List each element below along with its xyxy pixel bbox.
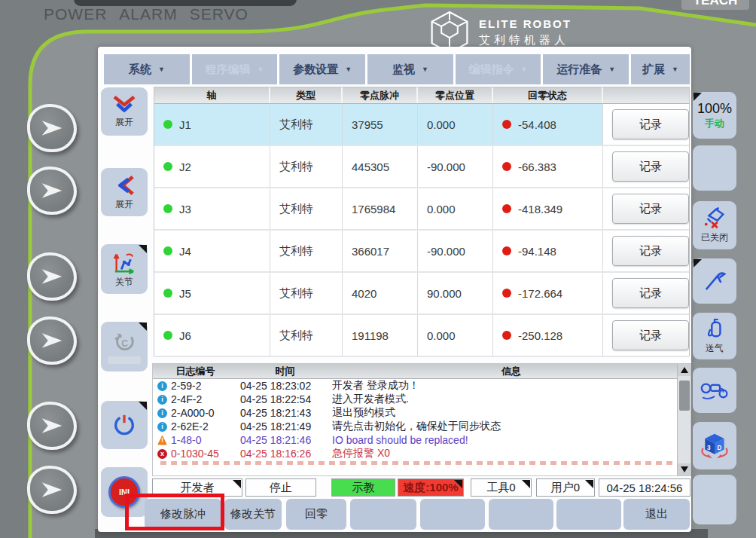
soft-key-blank[interactable] <box>420 499 485 530</box>
home-value: -250.128 <box>518 329 562 342</box>
pendant-arrow-button[interactable] <box>27 316 77 365</box>
log-row-clipped <box>160 461 683 465</box>
cycle-mode-label <box>108 356 141 364</box>
menu-monitor[interactable]: 监视▼ <box>367 54 453 84</box>
record-button[interactable]: 记录 <box>612 194 689 224</box>
error-icon: x <box>157 449 167 459</box>
table-row[interactable]: J2 艾利特 445305 -90.000 -66.383 记录 <box>154 146 689 188</box>
right-toolbar-blank-button[interactable] <box>693 475 736 524</box>
status-speed[interactable]: 速度:100% <box>398 478 464 497</box>
tool-off-icon <box>702 207 727 230</box>
svg-text:C: C <box>121 338 128 348</box>
axis-table: 轴 类型 零点脉冲 零点位置 回零状态 J1 艾利特 37955 0.000 -… <box>154 87 690 356</box>
log-row[interactable]: i 2-A000-0 04-25 18:21:43 退出预约模式 <box>153 406 690 420</box>
speed-mode-button[interactable]: 100% 手动 <box>693 92 736 139</box>
axis-type: 艾利特 <box>270 104 343 145</box>
axis-name: J4 <box>179 245 191 258</box>
axis-name: J1 <box>179 118 191 131</box>
arrow-icon <box>39 414 65 437</box>
air-supply-button[interactable]: 送气 <box>693 313 736 359</box>
arrow-icon <box>39 265 65 288</box>
status-tool[interactable]: 工具0 <box>471 478 532 497</box>
chevron-down-icon: ▼ <box>608 66 615 73</box>
table-row[interactable]: J5 艾利特 4020 90.000 -172.664 记录 <box>154 273 689 315</box>
axis-table-header: 轴 类型 零点脉冲 零点位置 回零状态 <box>154 87 689 104</box>
table-row[interactable]: J1 艾利特 37955 0.000 -54.408 记录 <box>154 104 689 146</box>
joint-mode-button[interactable]: 关节 <box>101 244 148 294</box>
record-button[interactable]: 记录 <box>612 151 689 182</box>
record-button[interactable]: 记录 <box>612 320 689 350</box>
menu-extend[interactable]: 扩展▼ <box>631 54 690 84</box>
axis-ok-dot <box>163 162 172 171</box>
right-toolbar-blank-button[interactable] <box>693 145 736 191</box>
record-button[interactable]: 记录 <box>612 278 689 308</box>
menu-run-prepare[interactable]: 运行准备▼ <box>543 54 629 84</box>
table-row[interactable]: J4 艾利特 366017 -90.000 -94.148 记录 <box>154 231 689 273</box>
brand-name: ELITE ROBOT <box>479 17 572 30</box>
expand-down-label: 展开 <box>115 116 133 129</box>
log-row[interactable]: i 2-4F-2 04-25 18:22:54 进入开发者模式. <box>153 393 690 406</box>
soft-key-modify-pulse[interactable]: 修改脉冲 <box>145 499 221 530</box>
ini-icon: INI <box>108 476 140 508</box>
log-row[interactable]: i 2-62E-2 04-25 18:21:49 请先点击初始化，确保处于同步状… <box>153 420 690 433</box>
triangle-up-icon <box>681 367 688 373</box>
power-button[interactable] <box>101 401 148 449</box>
soft-key-modify-joint[interactable]: 修改关节 <box>224 499 282 530</box>
log-scrollbar[interactable] <box>677 364 690 475</box>
soft-key-exit[interactable]: 退出 <box>623 499 690 530</box>
status-user[interactable]: 开发者 <box>152 478 242 497</box>
log-row[interactable]: i 2-59-2 04-25 18:23:02 开发者 登录成功！ <box>153 379 690 393</box>
tool-closed-button[interactable]: 已关闭 <box>693 201 736 249</box>
col-record <box>603 87 689 103</box>
record-button[interactable]: 记录 <box>612 109 689 139</box>
pendant-arrow-button[interactable] <box>27 466 77 514</box>
status-mode: 示教 <box>331 478 395 497</box>
table-row[interactable]: J6 艾利特 191198 0.000 -250.128 记录 <box>154 315 689 357</box>
pendant-arrow-button[interactable] <box>27 104 77 152</box>
warning-icon: ! <box>157 436 167 445</box>
torch-button[interactable] <box>693 258 736 304</box>
soft-key-blank[interactable] <box>350 499 416 530</box>
scroll-down-button[interactable] <box>678 463 691 475</box>
home-value: -66.383 <box>518 160 556 173</box>
log-row[interactable]: ! 1-48-0 04-25 18:21:46 IO board should … <box>153 433 690 447</box>
3d-view-button[interactable]: 3 D <box>693 422 736 469</box>
soft-key-go-home[interactable]: 回零 <box>286 499 346 530</box>
axis-type: 艾利特 <box>270 273 343 313</box>
home-status-dot <box>502 120 511 129</box>
log-row[interactable]: x 0-1030-45 04-25 18:16:26 急停报警 X0 <box>153 447 690 460</box>
soft-key-blank[interactable] <box>556 499 621 530</box>
axis-type: 艾利特 <box>270 231 343 271</box>
scroll-up-button[interactable] <box>678 364 691 376</box>
pendant-arrow-button[interactable] <box>27 402 77 450</box>
home-status-dot <box>502 289 511 298</box>
joint-coordinates-icon <box>112 250 136 274</box>
menu-program-edit: 程序编辑▼ <box>192 54 278 84</box>
axis-ok-dot <box>163 331 172 340</box>
home-status-dot <box>502 162 511 171</box>
expand-down-button[interactable]: 展开 <box>101 87 148 136</box>
home-status-dot <box>502 246 511 255</box>
home-value: -418.349 <box>518 203 562 216</box>
teach-pendant-screen: POWERALARMSERVO TEACH ELITE ROBOT 艾利特机器人… <box>0 0 756 538</box>
zero-pulse: 37955 <box>343 104 418 145</box>
zero-position: 90.000 <box>418 273 493 313</box>
table-row[interactable]: J3 艾利特 1765984 0.000 -418.349 记录 <box>154 188 689 231</box>
axis-type: 艾利特 <box>270 188 343 229</box>
menu-parameter-settings[interactable]: 参数设置▼ <box>279 54 365 84</box>
handle-control-button[interactable] <box>693 368 736 413</box>
pendant-arrow-button[interactable] <box>27 167 77 215</box>
soft-key-blank[interactable] <box>489 499 553 530</box>
scroll-thumb[interactable] <box>679 381 690 411</box>
ini-button[interactable]: INI <box>101 467 148 517</box>
pendant-arrow-button[interactable] <box>27 252 77 301</box>
home-status-dot <box>502 204 511 213</box>
record-button[interactable]: 记录 <box>612 236 689 266</box>
status-user-frame[interactable]: 用户0 <box>536 478 595 497</box>
power-led-label: POWER <box>44 5 107 23</box>
menu-system[interactable]: 系统▼ <box>104 54 190 84</box>
axis-name: J2 <box>179 160 191 173</box>
arrow-icon <box>39 478 65 501</box>
col-zero-pulse: 零点脉冲 <box>343 87 418 103</box>
expand-left-button[interactable]: 展开 <box>101 168 148 216</box>
